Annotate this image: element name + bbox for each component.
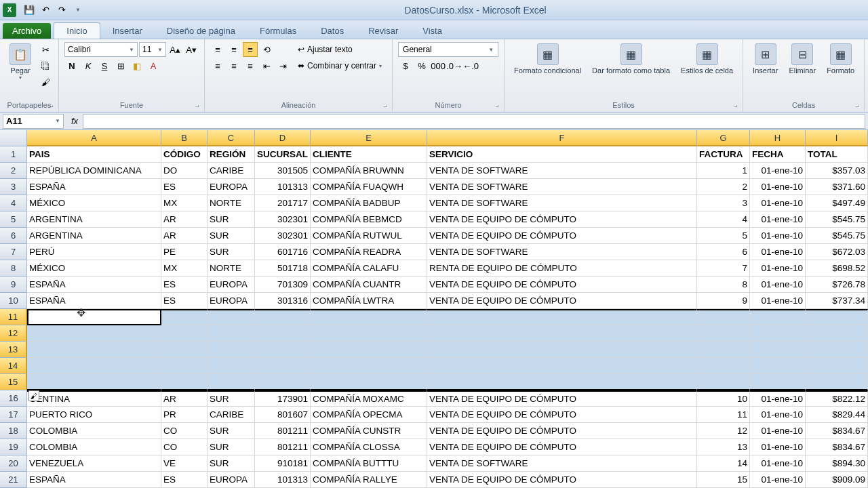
cell[interactable]: 01-ene-10 (750, 293, 806, 309)
align-bottom-button[interactable]: ≡ (243, 42, 258, 57)
orientation-button[interactable]: ⟲ (259, 42, 274, 57)
cell[interactable]: $672.03 (806, 244, 868, 260)
cell[interactable] (161, 325, 208, 342)
row-header-17[interactable]: 17 (0, 407, 27, 423)
cell[interactable]: ES (161, 472, 208, 488)
font-size-select[interactable]: 11▼ (139, 42, 166, 57)
cell[interactable]: ARGENTINA (27, 211, 161, 228)
cell[interactable]: 201717 (255, 195, 311, 211)
increase-decimal-button[interactable]: .0→ (447, 58, 462, 73)
cell[interactable]: 173901 (255, 390, 311, 407)
cells-area[interactable]: PAISCÓDIGOREGIÓNSUCURSALCLIENTESERVICIOF… (27, 146, 868, 488)
cell[interactable] (311, 342, 427, 358)
formula-input[interactable] (83, 114, 865, 129)
cell[interactable]: FACTURA (697, 146, 750, 163)
cell[interactable] (697, 342, 750, 358)
cell[interactable]: 01-ene-10 (750, 455, 806, 472)
cell[interactable]: 01-ene-10 (750, 163, 806, 179)
cell[interactable]: 2 (697, 179, 750, 195)
format-painter-button[interactable]: 🖌 (38, 75, 53, 89)
cell[interactable]: EUROPA (208, 472, 255, 488)
cell[interactable]: VENTA DE SOFTWARE (427, 244, 697, 260)
cell[interactable] (806, 325, 868, 342)
cell[interactable] (255, 342, 311, 358)
row-header-15[interactable]: 15 (0, 374, 27, 390)
cell[interactable]: 801211 (255, 423, 311, 439)
tab-layout[interactable]: Diseño de página (155, 23, 248, 39)
tab-file[interactable]: Archivo (3, 23, 51, 39)
cell[interactable] (208, 342, 255, 358)
cell[interactable] (806, 374, 868, 390)
row-header-3[interactable]: 3 (0, 179, 27, 195)
increase-font-button[interactable]: A▴ (167, 42, 182, 57)
cell[interactable]: 01-ene-10 (750, 439, 806, 455)
row-header-4[interactable]: 4 (0, 195, 27, 211)
align-left-button[interactable]: ≡ (210, 58, 225, 73)
cell[interactable] (750, 342, 806, 358)
cell[interactable]: SERVICIO (427, 146, 697, 163)
cell[interactable]: VE (161, 455, 208, 472)
cell[interactable]: COMPAÑÍA READRA (311, 244, 427, 260)
cell[interactable]: 9 (697, 293, 750, 309)
cell[interactable]: 14 (697, 455, 750, 472)
select-all-corner[interactable] (0, 130, 27, 146)
cell[interactable]: EUROPA (208, 277, 255, 293)
customize-qat-button[interactable]: ▼ (71, 3, 85, 18)
cell[interactable]: 7 (697, 260, 750, 277)
row-header-7[interactable]: 7 (0, 244, 27, 260)
row-header-14[interactable]: 14 (0, 358, 27, 374)
col-header-D[interactable]: D (255, 130, 311, 146)
cell[interactable]: PE (161, 244, 208, 260)
cell[interactable]: 302301 (255, 228, 311, 244)
cell[interactable]: TOTAL (806, 146, 868, 163)
cell[interactable]: VENTA DE EQUIPO DE CÓMPUTO (427, 228, 697, 244)
cell[interactable]: $822.12 (806, 390, 868, 407)
cell[interactable]: COMPAÑÍA CUNSTR (311, 423, 427, 439)
cell[interactable]: FECHA (750, 146, 806, 163)
tab-home[interactable]: Inicio (54, 22, 100, 39)
currency-button[interactable]: $ (398, 58, 413, 73)
cell[interactable]: VENTA DE EQUIPO DE CÓMPUTO (427, 407, 697, 423)
align-center-button[interactable]: ≡ (226, 58, 241, 73)
cell[interactable]: 13 (697, 439, 750, 455)
cell[interactable]: 12 (697, 423, 750, 439)
redo-button[interactable]: ↷ (54, 3, 69, 18)
cell[interactable]: $371.60 (806, 179, 868, 195)
col-header-A[interactable]: A (27, 130, 161, 146)
align-top-button[interactable]: ≡ (210, 42, 225, 57)
wrap-text-button[interactable]: ↩Ajustar texto (293, 42, 387, 57)
cell[interactable]: PR (161, 407, 208, 423)
cell[interactable]: $357.03 (806, 163, 868, 179)
cell[interactable]: CLIENTE (311, 146, 427, 163)
format-cells-button[interactable]: ▦Formato (823, 42, 859, 76)
cell[interactable]: 101313 (255, 472, 311, 488)
cell[interactable]: COMPAÑÍA RALLYE (311, 472, 427, 488)
decrease-decimal-button[interactable]: ←.0 (463, 58, 478, 73)
save-button[interactable]: 💾 (22, 3, 37, 18)
cell[interactable] (697, 374, 750, 390)
cell[interactable] (427, 374, 697, 390)
cell[interactable]: 10 (697, 390, 750, 407)
cell[interactable]: 01-ene-10 (750, 407, 806, 423)
cell[interactable]: PERÚ (27, 244, 161, 260)
align-middle-button[interactable]: ≡ (226, 42, 241, 57)
cell[interactable]: 501718 (255, 260, 311, 277)
align-right-button[interactable]: ≡ (243, 58, 258, 73)
cell[interactable]: ESPAÑA (27, 293, 161, 309)
cell[interactable]: ES (161, 179, 208, 195)
cell[interactable]: VENTA DE SOFTWARE (427, 195, 697, 211)
cell[interactable] (311, 309, 427, 325)
cell[interactable]: AR (161, 228, 208, 244)
cell[interactable]: SUR (208, 423, 255, 439)
cell[interactable] (208, 374, 255, 390)
row-header-9[interactable]: 9 (0, 277, 27, 293)
bold-button[interactable]: N (64, 58, 79, 73)
row-header-12[interactable]: 12 (0, 325, 27, 342)
cell[interactable]: GENTINA (27, 390, 161, 407)
cell[interactable]: 701309 (255, 277, 311, 293)
cell[interactable]: COMPAÑÍA FUAQWH (311, 179, 427, 195)
row-header-19[interactable]: 19 (0, 439, 27, 455)
cell[interactable]: 01-ene-10 (750, 228, 806, 244)
cell[interactable]: 302301 (255, 211, 311, 228)
cell[interactable]: COMPAÑÍA RUTWUL (311, 228, 427, 244)
